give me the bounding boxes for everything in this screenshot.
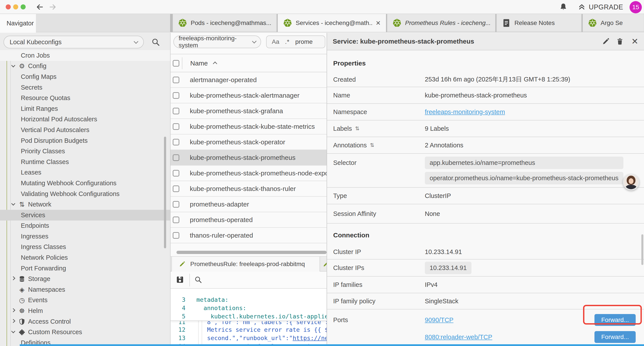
table-row[interactable]: kube-prometheus-stack-operator [170,134,326,150]
editor-tab[interactable]: PrometheusRule: freeleaps-prod-rabbitmq [172,257,320,272]
cluster-tab[interactable]: Release Notes [496,14,582,32]
sidebar-item[interactable]: Cron Jobs [0,50,170,61]
cluster-tab[interactable]: Prometheus Rules - icecheng... [387,14,496,32]
row-checkbox[interactable] [173,232,179,239]
sidebar-item[interactable]: Custom Resources [0,327,170,338]
sidebar-item[interactable]: ◈ Namespaces [0,284,170,295]
forward-button[interactable] [49,3,57,11]
edit-pencil-icon[interactable] [602,37,610,45]
sidebar-item[interactable]: Limit Ranges [0,103,170,114]
sidebar-item[interactable]: Access Control [0,316,170,327]
row-checkbox[interactable] [173,154,179,161]
chevron-icon[interactable] [11,308,15,312]
window-close-button[interactable] [6,4,11,9]
sidebar-item[interactable]: Config Maps [0,71,170,82]
chevron-icon[interactable] [11,276,15,280]
detail-scrollbar[interactable] [641,234,643,265]
chevron-icon[interactable] [11,319,15,323]
sidebar-item[interactable]: Services [0,210,170,221]
horizontal-scrollbar[interactable] [176,251,326,254]
port-link[interactable]: 9090/TCP [425,317,454,324]
cluster-tab[interactable]: Services - icecheng@math... ✕ [278,14,386,32]
notification-count-badge[interactable]: 15 [630,1,642,13]
regex-toggle[interactable]: .* [285,38,290,45]
sidebar-item[interactable]: Secrets [0,82,170,93]
sidebar-item[interactable]: Ingress Classes [0,242,170,253]
sidebar-item[interactable]: Pod Disruption Budgets [0,135,170,146]
row-checkbox[interactable] [173,77,179,83]
name-column-header[interactable]: Name [190,59,208,67]
sidebar-item[interactable]: Leases [0,167,170,178]
tab-navigator[interactable]: Navigator [0,14,36,32]
row-checkbox[interactable] [173,123,179,130]
table-row[interactable]: prometheus-adapter [170,197,326,212]
namespace-link[interactable]: freeleaps-monitoring-system [425,108,505,116]
chevron-icon[interactable] [11,329,15,333]
forward-port-button[interactable]: Forward... [594,314,636,326]
sidebar-item[interactable]: Network Policies [0,252,170,263]
table-row[interactable]: prometheus-operated [170,212,326,228]
sidebar-item[interactable]: ⇅ Network [0,199,170,210]
row-checkbox[interactable] [173,139,179,145]
notifications-bell-icon[interactable] [559,3,568,11]
sidebar-item[interactable]: Horizontal Pod Autoscalers [0,114,170,125]
upgrade-button[interactable]: UPGRADE [589,3,623,11]
namespace-select[interactable]: freeleaps-monitoring-system [174,35,261,48]
sort-ascending-icon[interactable] [213,61,217,66]
sidebar-item[interactable]: Mutating Webhook Configurations [0,178,170,189]
row-checkbox[interactable] [173,201,179,208]
sidebar-item[interactable]: ☸ Helm [0,306,170,316]
cluster-tab[interactable]: Argo Se [582,14,644,32]
expand-labels-icon[interactable]: ⇅ [355,125,359,132]
chevron-icon[interactable] [11,202,15,206]
table-row[interactable]: alertmanager-operated [170,72,326,88]
row-checkbox[interactable] [173,170,179,177]
select-all-checkbox[interactable] [173,60,179,66]
port-link[interactable]: 8080:reloader-web/TCP [425,334,492,341]
match-case-toggle[interactable]: Aa [272,38,279,45]
sidebar-item[interactable]: ⚙ Config [0,61,170,72]
delete-trash-icon[interactable] [616,37,624,45]
table-row[interactable]: thanos-ruler-operated [170,228,326,243]
window-zoom-button[interactable] [20,4,26,9]
sidebar-item[interactable]: Port Forwarding [0,263,170,274]
table-row[interactable]: kube-prometheus-stack-grafana [170,103,326,119]
table-row[interactable]: kube-prometheus-stack-prometheus [170,150,326,166]
sidebar-item[interactable]: Vertical Pod Autoscalers [0,125,170,135]
row-checkbox[interactable] [173,217,179,223]
sidebar-item[interactable]: Endpoints [0,221,170,231]
sidebar-item[interactable]: Storage [0,274,170,284]
table-row[interactable]: kube-prometheus-stack-prometheus-node-ex… [170,166,326,181]
sidebar-item[interactable]: Resource Quotas [0,93,170,103]
editor-tab-partial[interactable] [320,257,326,272]
expand-annotations-icon[interactable]: ⇅ [370,142,374,148]
table-row[interactable]: kube-prometheus-stack-alertmanager [170,88,326,103]
sidebar-item[interactable]: Validating Webhook Configurations [0,189,170,199]
table-row[interactable]: kube-prometheus-stack-kube-state-metrics [170,119,326,134]
save-icon[interactable] [176,276,184,284]
kubeconfig-select[interactable]: Local Kubeconfigs [4,36,144,48]
back-button[interactable] [36,3,44,11]
editor-search-icon[interactable] [194,276,202,284]
yaml-editor[interactable]: 11 8","for":"hm","labels":{"service":" 1… [170,289,326,346]
row-checkbox[interactable] [173,185,179,192]
user-avatar[interactable] [623,174,639,190]
filter-input[interactable]: Aa .* prome [266,35,325,48]
row-checkbox[interactable] [173,108,179,114]
window-minimize-button[interactable] [13,4,18,9]
close-tab-icon[interactable]: ✕ [376,19,381,27]
chevron-icon[interactable] [11,63,15,67]
sidebar-item[interactable]: Priority Classes [0,146,170,157]
sidebar-item[interactable]: Runtime Classes [0,157,170,167]
sidebar-item[interactable]: ◷ Events [0,295,170,306]
navigator-search-icon[interactable] [151,38,160,46]
filter-query-value[interactable]: prome [295,38,312,45]
sidebar-scrollbar[interactable] [164,137,166,248]
row-checkbox[interactable] [173,92,179,99]
cluster-tab[interactable]: Pods - icecheng@mathmas... [173,14,277,32]
url-link[interactable]: https://net [293,335,326,342]
sidebar-item[interactable]: Ingresses [0,231,170,242]
table-row[interactable]: kube-prometheus-stack-thanos-ruler [170,181,326,197]
close-panel-icon[interactable]: ✕ [631,37,638,45]
forward-port-button[interactable]: Forward... [594,331,636,343]
